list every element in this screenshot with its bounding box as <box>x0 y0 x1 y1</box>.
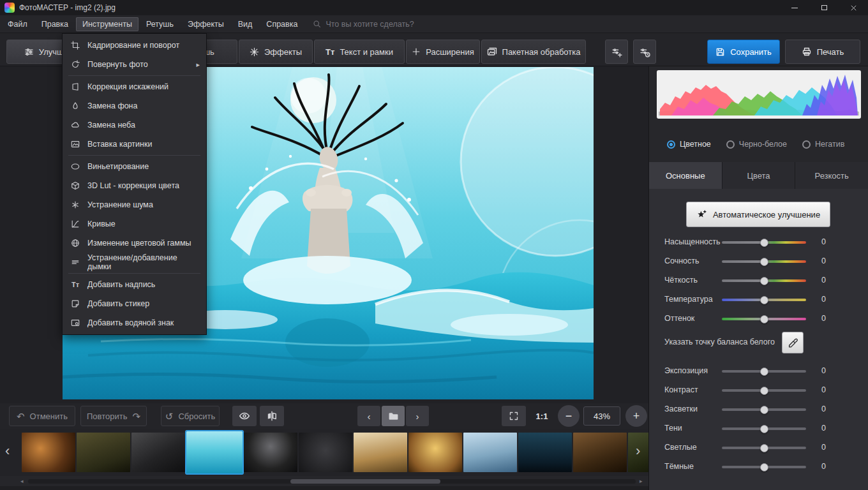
menu-item-color-gamma[interactable]: Изменение цветовой гаммы <box>63 234 206 253</box>
slider-handle[interactable] <box>760 315 768 323</box>
scrollbar-right-arrow[interactable]: ▸ <box>640 478 643 484</box>
histogram <box>657 70 861 119</box>
menu-item-rotate[interactable]: Повернуть фото ▸ <box>63 55 206 74</box>
minimize-button[interactable] <box>780 0 809 15</box>
zoom-in-button[interactable]: + <box>625 405 647 427</box>
reset-button[interactable]: ↺ Сбросить <box>161 406 220 426</box>
whites-slider[interactable] <box>722 447 806 449</box>
filmstrip-thumbnail[interactable] <box>77 433 130 472</box>
print-button[interactable]: Печать <box>785 40 860 64</box>
mode-negative-radio[interactable]: Негатив <box>802 140 844 149</box>
tab-batch[interactable]: Пакетная обработка <box>481 40 586 64</box>
slider-handle[interactable] <box>760 444 768 452</box>
filmstrip-thumbnail[interactable] <box>131 433 185 472</box>
tab-colors[interactable]: Цвета <box>722 162 796 189</box>
save-button[interactable]: Сохранить <box>707 40 780 64</box>
clarity-slider[interactable] <box>722 279 806 282</box>
menu-item-dehaze[interactable]: Устранение/добавление дымки <box>63 253 206 272</box>
slider-row-tint: Оттенок 0 <box>649 309 868 328</box>
menu-item-insert-picture[interactable]: Вставка картинки <box>63 135 206 154</box>
filmstrip-thumbnail[interactable] <box>573 433 627 472</box>
filmstrip-scroll-left[interactable]: ‹ <box>5 443 10 459</box>
exposure-slider[interactable] <box>722 370 806 373</box>
slider-handle[interactable] <box>760 425 768 433</box>
slider-handle[interactable] <box>760 258 768 266</box>
slider-handle[interactable] <box>760 239 768 247</box>
close-button[interactable] <box>839 0 868 15</box>
previous-photo-button[interactable]: ‹ <box>357 406 380 426</box>
filmstrip-thumbnail[interactable] <box>244 433 297 472</box>
zoom-level-field[interactable]: 43% <box>583 406 620 426</box>
slider-handle[interactable] <box>760 277 768 285</box>
menu-help[interactable]: Справка <box>260 17 304 31</box>
filmstrip-thumbnail[interactable] <box>463 433 517 472</box>
fit-screen-button[interactable] <box>502 406 526 426</box>
slider-handle[interactable] <box>760 387 768 395</box>
tab-sharpness[interactable]: Резкость <box>795 162 868 189</box>
bottom-toolbar: ↶ Отменить Повторить ↷ ↺ Сбросить ‹ › <box>0 403 648 429</box>
menu-effects[interactable]: Эффекты <box>181 17 230 31</box>
filmstrip-scroll-right[interactable]: › <box>636 443 640 459</box>
preset-history-button[interactable] <box>633 40 656 64</box>
tint-slider[interactable] <box>722 318 806 320</box>
redo-button[interactable]: Повторить ↷ <box>80 406 147 426</box>
menu-file[interactable]: Файл <box>1 17 34 31</box>
shadows-slider[interactable] <box>722 427 806 430</box>
menu-item-add-watermark[interactable]: Добавить водяной знак <box>63 313 206 332</box>
menu-item-curves[interactable]: Кривые <box>63 214 206 234</box>
slider-handle[interactable] <box>760 368 768 376</box>
menu-item-sky-replace[interactable]: Замена неба <box>63 115 206 135</box>
temperature-slider[interactable] <box>722 299 806 301</box>
menu-view[interactable]: Вид <box>232 17 259 31</box>
next-photo-button[interactable]: › <box>406 406 429 426</box>
saturation-slider[interactable] <box>722 241 806 244</box>
blacks-slider[interactable] <box>722 466 806 468</box>
highlights-slider[interactable] <box>722 408 806 411</box>
tab-basic[interactable]: Основные <box>649 162 722 189</box>
filmstrip-thumbnail[interactable] <box>518 433 572 472</box>
menu-item-crop[interactable]: Кадрирование и поворот <box>63 36 206 55</box>
vibrance-slider[interactable] <box>722 260 806 263</box>
slider-handle[interactable] <box>760 296 768 304</box>
menu-item-distortion[interactable]: Коррекция искажений <box>63 77 206 96</box>
contrast-slider[interactable] <box>722 389 806 392</box>
open-folder-button[interactable] <box>382 406 405 426</box>
mode-color-radio[interactable]: Цветное <box>667 140 711 149</box>
tab-effects[interactable]: Эффекты <box>239 40 313 64</box>
menu-item-3dlut[interactable]: 3D Lut - коррекция цвета <box>63 176 206 195</box>
filmstrip-thumbnail-selected[interactable] <box>186 431 243 473</box>
preview-original-button[interactable] <box>232 406 257 426</box>
scrollbar-thumb[interactable] <box>290 479 440 484</box>
app-logo-icon <box>4 3 15 13</box>
scrollbar-track[interactable] <box>28 479 636 484</box>
menu-item-background-replace[interactable]: Замена фона <box>63 96 206 115</box>
menu-item-denoise[interactable]: Устранение шума <box>63 195 206 214</box>
filmstrip-thumbnail[interactable] <box>408 433 462 472</box>
preset-add-button[interactable] <box>605 40 628 64</box>
mode-bw-radio[interactable]: Черно-белое <box>726 140 787 149</box>
filmstrip-thumbnail[interactable] <box>354 433 407 472</box>
tab-text-frames[interactable]: Tт Текст и рамки <box>314 40 405 64</box>
menu-item-add-text[interactable]: Tт Добавить надпись <box>63 275 206 294</box>
zoom-out-button[interactable]: − <box>558 405 580 427</box>
chevron-right-icon: › <box>416 412 419 421</box>
command-search[interactable]: Что вы хотите сделать? <box>313 20 414 29</box>
scrollbar-left-arrow[interactable]: ◂ <box>20 478 24 484</box>
filmstrip-thumbnail[interactable] <box>22 433 75 472</box>
before-after-button[interactable] <box>260 406 284 426</box>
slider-handle[interactable] <box>760 463 768 471</box>
menu-edit[interactable]: Правка <box>35 17 75 31</box>
menu-retouch[interactable]: Ретушь <box>140 17 180 31</box>
printer-icon <box>802 47 812 57</box>
menu-item-add-sticker[interactable]: Добавить стикер <box>63 294 206 313</box>
maximize-button[interactable] <box>809 0 839 15</box>
slider-handle[interactable] <box>760 406 768 414</box>
menu-item-vignette[interactable]: Виньетирование <box>63 157 206 176</box>
tab-extensions[interactable]: Расширения <box>406 40 480 64</box>
white-balance-picker-button[interactable] <box>782 332 804 353</box>
filmstrip-thumbnail[interactable] <box>299 433 352 472</box>
auto-enhance-button[interactable]: Автоматическое улучшение <box>686 202 830 227</box>
zoom-actual-size-button[interactable]: 1:1 <box>530 406 554 426</box>
undo-button[interactable]: ↶ Отменить <box>9 406 75 426</box>
menu-tools[interactable]: Инструменты <box>76 17 138 31</box>
